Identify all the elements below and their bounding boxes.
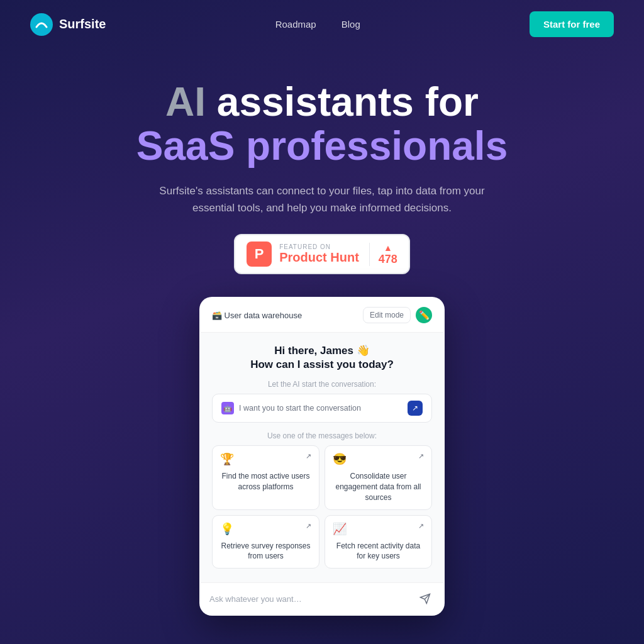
ai-starter-text: I want you to start the conversation bbox=[239, 404, 361, 413]
suggestion-arrow-1: ↗ bbox=[418, 452, 424, 460]
card-header-controls: Edit mode ✏️ bbox=[363, 307, 432, 323]
hero-title: AI assistants for SaaS professionals bbox=[30, 80, 614, 169]
ai-starter-arrow-button[interactable]: ↗ bbox=[408, 401, 423, 416]
svg-point-0 bbox=[30, 13, 53, 36]
ai-starter-label: Let the AI start the conversation: bbox=[212, 380, 432, 389]
navbar: Surfsite Roadmap Blog Start for free bbox=[0, 0, 644, 48]
suggestion-emoji-0: 🏆 bbox=[220, 452, 234, 466]
nav-links: Roadmap Blog bbox=[275, 19, 360, 30]
suggestion-emoji-2: 💡 bbox=[220, 522, 234, 536]
suggestion-arrow-2: ↗ bbox=[306, 522, 311, 530]
edit-icon: ✏️ bbox=[416, 307, 432, 323]
suggestion-arrow-0: ↗ bbox=[306, 452, 311, 460]
card-input-placeholder: Ask whatever you want… bbox=[209, 594, 302, 604]
chat-card-wrapper: 🗃️ User data warehouse Edit mode ✏️ Hi t… bbox=[30, 297, 614, 616]
start-for-free-button[interactable]: Start for free bbox=[530, 11, 614, 37]
suggestion-card-1[interactable]: 😎 ↗ Consolidate user engagement data fro… bbox=[325, 445, 432, 509]
ai-starter-icon: 🤖 bbox=[221, 402, 234, 414]
product-hunt-badge[interactable]: P FEATURED ON Product Hunt ▲ 478 bbox=[234, 234, 410, 274]
suggestion-text-3: Fetch recent activity data for key users bbox=[333, 541, 424, 562]
suggestion-text-2: Retrieve survey responses from users bbox=[220, 541, 311, 562]
ph-logo: P bbox=[247, 242, 272, 267]
suggestion-card-2[interactable]: 💡 ↗ Retrieve survey responses from users bbox=[212, 515, 319, 569]
suggestion-card-3[interactable]: 📈 ↗ Fetch recent activity data for key u… bbox=[325, 515, 432, 569]
suggestion-card-2-header: 💡 ↗ bbox=[220, 522, 311, 536]
ph-text: FEATURED ON Product Hunt bbox=[279, 243, 359, 265]
suggestions-label: Use one of the messages below: bbox=[212, 431, 432, 440]
suggestions-grid: 🏆 ↗ Find the most active users across pl… bbox=[212, 445, 432, 569]
send-icon[interactable] bbox=[416, 589, 435, 608]
card-body: Hi there, James 👋 How can I assist you t… bbox=[201, 333, 443, 582]
suggestion-card-3-header: 📈 ↗ bbox=[333, 522, 424, 536]
suggestion-card-1-header: 😎 ↗ bbox=[333, 452, 424, 466]
ph-upvote-arrow: ▲ bbox=[384, 243, 392, 253]
suggestion-card-0-header: 🏆 ↗ bbox=[220, 452, 311, 466]
suggestion-card-0[interactable]: 🏆 ↗ Find the most active users across pl… bbox=[212, 445, 319, 509]
greeting-subtitle: How can I assist you today? bbox=[212, 358, 432, 371]
suggestion-emoji-1: 😎 bbox=[333, 452, 347, 466]
suggestion-emoji-3: 📈 bbox=[333, 522, 347, 536]
ai-starter-row[interactable]: 🤖 I want you to start the conversation ↗ bbox=[212, 394, 432, 423]
card-input-area[interactable]: Ask whatever you want… bbox=[201, 582, 443, 614]
card-header-title: 🗃️ User data warehouse bbox=[212, 311, 302, 320]
greeting: Hi there, James 👋 bbox=[212, 344, 432, 357]
suggestion-arrow-3: ↗ bbox=[418, 522, 424, 530]
ph-votes: ▲ 478 bbox=[369, 243, 397, 266]
nav-blog[interactable]: Blog bbox=[341, 19, 360, 30]
ph-name: Product Hunt bbox=[279, 250, 359, 265]
chat-card: 🗃️ User data warehouse Edit mode ✏️ Hi t… bbox=[199, 297, 445, 616]
ph-featured-label: FEATURED ON bbox=[279, 243, 359, 250]
hero-ai-word: AI bbox=[165, 79, 206, 125]
logo-text: Surfsite bbox=[59, 17, 106, 31]
hero-section: AI assistants for SaaS professionals Sur… bbox=[0, 48, 644, 635]
hero-title-line2: SaaS professionals bbox=[30, 124, 614, 168]
ph-vote-count: 478 bbox=[379, 253, 397, 266]
hero-subtitle: Surfsite's assistants can connect to you… bbox=[140, 182, 504, 216]
card-header: 🗃️ User data warehouse Edit mode ✏️ bbox=[201, 298, 443, 333]
suggestion-text-0: Find the most active users across platfo… bbox=[220, 471, 311, 492]
logo[interactable]: Surfsite bbox=[30, 13, 106, 36]
hero-title-line1: AI assistants for bbox=[30, 80, 614, 124]
suggestion-text-1: Consolidate user engagement data from al… bbox=[333, 471, 424, 502]
edit-mode-button[interactable]: Edit mode bbox=[363, 307, 411, 323]
nav-roadmap[interactable]: Roadmap bbox=[275, 19, 316, 30]
ai-starter-content: 🤖 I want you to start the conversation bbox=[221, 402, 361, 414]
